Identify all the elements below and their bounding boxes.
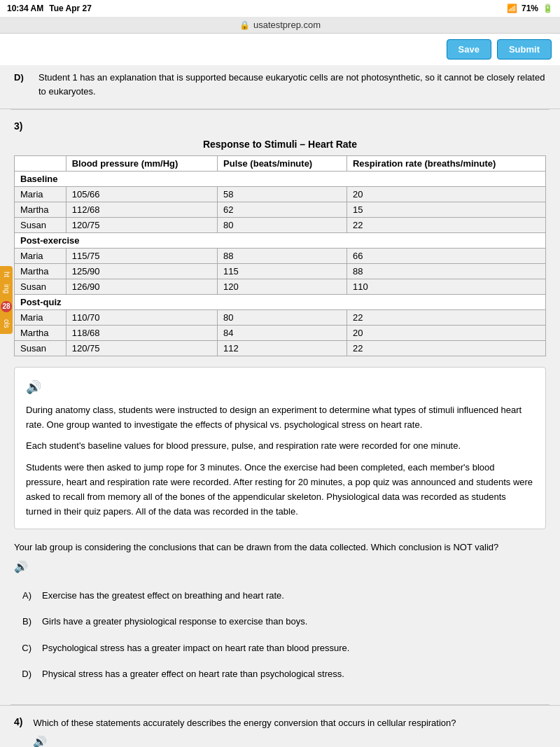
table-row: Susan 120/75 80 22 [15, 218, 546, 233]
answer-letter-a: A) [14, 589, 31, 603]
answer-text-d: Physical stress has a greater effect on … [42, 667, 344, 681]
table-row: Martha 112/68 62 15 [15, 202, 546, 218]
table-row: Baseline [15, 172, 546, 187]
answer-row-b: B) Girls have a greater physiological re… [14, 615, 546, 629]
row-pulse: 80 [218, 218, 347, 233]
row-bp: 115/75 [66, 249, 217, 264]
info-para-2: Each student's baseline values for blood… [26, 439, 534, 454]
row-label: Maria [15, 310, 66, 326]
table-row: Martha 118/68 84 20 [15, 326, 546, 341]
side-tab-ols: ols [3, 319, 10, 328]
row-pulse: 58 [218, 187, 347, 202]
col-header-name [15, 156, 66, 172]
table-row: Susan 126/90 120 110 [15, 279, 546, 295]
signal-icon: 📶 [507, 4, 517, 13]
audio-icon-small[interactable]: 🔊 [14, 560, 28, 573]
battery-icon: 🔋 [542, 4, 553, 13]
answer-text-a: Exercise has the greatest effect on brea… [42, 589, 284, 603]
question-4-text: Which of these statements accurately des… [33, 716, 546, 730]
table-row: Post-exercise [15, 233, 546, 249]
row-bp: 118/68 [66, 326, 217, 341]
table-row: Maria 110/70 80 22 [15, 310, 546, 326]
row-bp: 126/90 [66, 279, 217, 295]
section-d-text: Student 1 has an explanation that is sup… [38, 71, 546, 98]
row-resp: 88 [346, 264, 545, 279]
toolbar: Save Submit [0, 34, 560, 65]
question-3-text: Your lab group is considering the conclu… [14, 540, 546, 554]
url-text: usatestprep.com [253, 20, 321, 30]
side-tab-ht: ht [3, 272, 10, 277]
table-row: Martha 125/90 115 88 [15, 264, 546, 279]
row-bp: 105/66 [66, 187, 217, 202]
row-resp: 20 [346, 187, 545, 202]
question-3-number: 3) [14, 120, 546, 132]
submit-button[interactable]: Submit [497, 39, 552, 60]
answer-choices: A) Exercise has the greatest effect on b… [14, 589, 546, 681]
table-row: Maria 115/75 88 66 [15, 249, 546, 264]
table-row: Susan 120/75 112 22 [15, 341, 546, 356]
table-row: Post-quiz [15, 295, 546, 310]
data-table: Blood pressure (mm/Hg) Pulse (beats/minu… [14, 155, 546, 356]
audio-icon-q4[interactable]: 🔊 [33, 735, 47, 747]
col-header-bp: Blood pressure (mm/Hg) [66, 156, 217, 172]
answer-letter-c: C) [14, 641, 31, 655]
row-label: Martha [15, 202, 66, 218]
row-label: Martha [15, 264, 66, 279]
col-header-pulse: Pulse (beats/minute) [218, 156, 347, 172]
row-resp: 15 [346, 202, 545, 218]
row-resp: 22 [346, 310, 545, 326]
question-3-section: 3) Response to Stimuli – Heart Rate Bloo… [0, 110, 560, 704]
row-pulse: 115 [218, 264, 347, 279]
side-tab-ing: ing [3, 284, 10, 293]
table-title: Response to Stimuli – Heart Rate [14, 139, 546, 150]
row-bp: 110/70 [66, 310, 217, 326]
section-d-letter: D) [14, 71, 28, 98]
battery-percent: 71% [522, 4, 538, 13]
answer-letter-b: B) [14, 615, 31, 629]
question-4-section: 4) Which of these statements accurately … [0, 705, 560, 747]
date: Tue Apr 27 [49, 4, 92, 13]
row-resp: 110 [346, 279, 545, 295]
section-d: D) Student 1 has an explanation that is … [0, 65, 560, 109]
row-pulse: 80 [218, 310, 347, 326]
side-tab[interactable]: ht ing 28 ols [0, 266, 13, 334]
answer-row-d: D) Physical stress has a greater effect … [14, 667, 546, 681]
row-pulse: 84 [218, 326, 347, 341]
row-label: Martha [15, 326, 66, 341]
row-label: Susan [15, 218, 66, 233]
row-bp: 112/68 [66, 202, 217, 218]
audio-icon-large[interactable]: 🔊 [26, 377, 534, 398]
answer-text-b: Girls have a greater physiological respo… [42, 615, 307, 629]
info-box: 🔊 During anatomy class, students were in… [14, 367, 546, 529]
answer-letter-d: D) [14, 667, 31, 681]
row-pulse: 120 [218, 279, 347, 295]
col-header-resp: Respiration rate (breaths/minute) [346, 156, 545, 172]
row-label: Maria [15, 187, 66, 202]
url-bar[interactable]: 🔒 usatestprep.com [0, 17, 560, 34]
row-bp: 120/75 [66, 341, 217, 356]
row-resp: 20 [346, 326, 545, 341]
answer-row-a: A) Exercise has the greatest effect on b… [14, 589, 546, 603]
answer-text-c: Psychological stress has a greater impac… [42, 641, 349, 655]
row-pulse: 112 [218, 341, 347, 356]
question-4-number: 4) [14, 716, 22, 727]
row-pulse: 62 [218, 202, 347, 218]
row-label: Susan [15, 341, 66, 356]
status-bar: 10:34 AM Tue Apr 27 📶 71% 🔋 [0, 0, 560, 17]
row-pulse: 88 [218, 249, 347, 264]
info-para-3: Students were then asked to jump rope fo… [26, 461, 534, 519]
save-button[interactable]: Save [447, 39, 491, 60]
row-resp: 22 [346, 218, 545, 233]
lock-icon: 🔒 [239, 20, 250, 30]
time: 10:34 AM [7, 4, 43, 13]
side-tab-counter: 28 [1, 301, 12, 312]
answer-row-c: C) Psychological stress has a greater im… [14, 641, 546, 655]
table-header-row: Blood pressure (mm/Hg) Pulse (beats/minu… [15, 156, 546, 172]
row-label: Susan [15, 279, 66, 295]
info-para-1: During anatomy class, students were inst… [26, 403, 534, 433]
row-bp: 120/75 [66, 218, 217, 233]
section-row-label: Post-exercise [15, 233, 546, 249]
table-row: Maria 105/66 58 20 [15, 187, 546, 202]
row-resp: 66 [346, 249, 545, 264]
section-row-label: Post-quiz [15, 295, 546, 310]
